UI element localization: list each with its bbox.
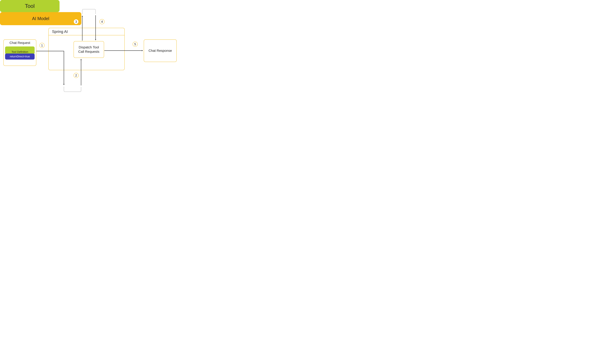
tool-definition-label: Tool Definition bbox=[12, 50, 28, 53]
step-3-badge: 3 bbox=[74, 19, 79, 24]
return-direct-label: returnDirect=true bbox=[10, 55, 30, 58]
tool-box: Tool bbox=[0, 0, 60, 12]
step-1-num: 1 bbox=[41, 44, 43, 47]
chat-response-box: Chat Response bbox=[144, 39, 177, 62]
dispatch-box: Dispatch Tool Call Requests bbox=[74, 41, 104, 58]
step-5-badge: 5 bbox=[133, 42, 138, 47]
return-direct-pill: returnDirect=true bbox=[5, 53, 35, 60]
tool-label: Tool bbox=[25, 3, 35, 9]
spring-ai-header: Spring AI bbox=[49, 28, 124, 35]
step-3-num: 3 bbox=[75, 20, 77, 24]
dispatch-line2: Call Requests bbox=[78, 50, 99, 53]
step-5-num: 5 bbox=[134, 42, 136, 46]
tool-definition-pill: Tool Definition bbox=[5, 46, 35, 54]
chat-response-title: Chat Response bbox=[148, 49, 172, 53]
step-1-badge: 1 bbox=[39, 43, 45, 48]
step-2-num: 2 bbox=[75, 74, 77, 77]
step-2-badge: 2 bbox=[74, 73, 79, 78]
step-4-num: 4 bbox=[101, 20, 103, 24]
dispatch-line1: Dispatch Tool bbox=[79, 45, 99, 49]
chat-request-box: Chat Request Tool Definition returnDirec… bbox=[3, 39, 36, 66]
chat-request-title: Chat Request bbox=[4, 41, 36, 45]
step-4-badge: 4 bbox=[100, 19, 104, 24]
dispatch-text: Dispatch Tool Call Requests bbox=[78, 45, 99, 54]
diagram-canvas: Tool Spring AI Dispatch Tool Call Reques… bbox=[0, 0, 181, 103]
spring-ai-title: Spring AI bbox=[49, 29, 68, 34]
ai-model-box: AI Model bbox=[0, 12, 81, 25]
ai-model-label: AI Model bbox=[32, 16, 49, 21]
